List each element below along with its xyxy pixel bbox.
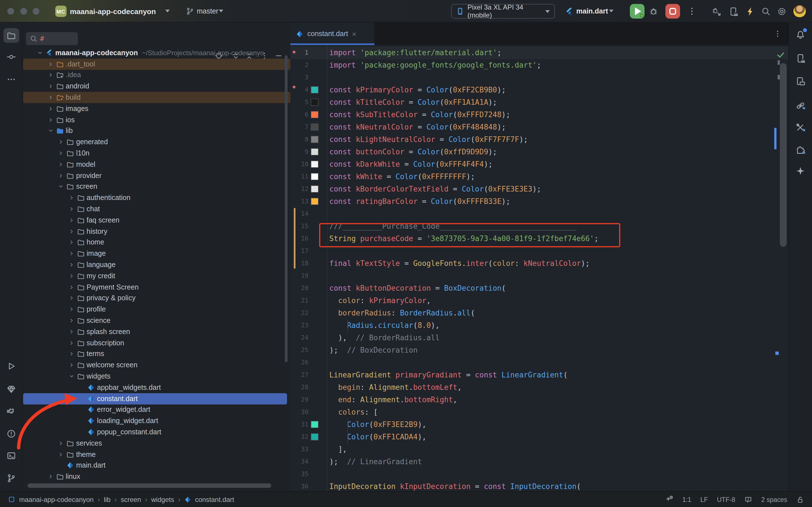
chevron-right-icon[interactable] xyxy=(68,206,75,212)
tree-item-history[interactable]: history xyxy=(23,226,290,237)
code-line-34[interactable]: 34); // LinearGradient xyxy=(290,455,788,468)
tab-constant-dart[interactable]: constant.dart × xyxy=(290,22,374,45)
code-line-35[interactable]: 35 xyxy=(290,468,788,480)
code-line-25[interactable]: 25); // BoxDecoration xyxy=(290,344,788,356)
tree-item-loading-widget-dart[interactable]: loading_widget.dart xyxy=(23,415,290,427)
lock-open-icon[interactable] xyxy=(796,496,804,503)
device-flutter-icon[interactable] xyxy=(728,7,738,16)
window-minimize-icon[interactable] xyxy=(20,8,27,15)
tree-item-faq-screen[interactable]: faq screen xyxy=(23,215,290,226)
chevron-down-icon[interactable] xyxy=(68,373,75,380)
color-swatch[interactable] xyxy=(311,421,318,428)
chevron-right-icon[interactable] xyxy=(57,451,64,458)
tab-options-icon[interactable] xyxy=(774,30,781,38)
search-input[interactable]: # xyxy=(26,32,78,45)
color-swatch[interactable] xyxy=(311,434,318,440)
caret-position[interactable]: 1:1 xyxy=(682,496,691,503)
tree-item-linux[interactable]: linux xyxy=(23,471,290,483)
tree-item-subscription[interactable]: subscription xyxy=(23,337,290,349)
color-swatch[interactable] xyxy=(311,111,318,118)
tree-item-model[interactable]: model xyxy=(23,159,290,170)
code-line-14[interactable]: 14 xyxy=(290,208,788,220)
more-actions-button[interactable] xyxy=(688,7,696,16)
code-line-23[interactable]: 23 Radius.circular(8.0), xyxy=(290,319,788,332)
code-line-4[interactable]: 4const kPrimaryColor = Color(0xFF2CB9B0)… xyxy=(290,83,788,96)
window-close-icon[interactable] xyxy=(7,8,14,15)
chevron-right-icon[interactable] xyxy=(68,239,75,246)
search-icon[interactable] xyxy=(761,7,770,16)
code-line-7[interactable]: 7const kNeutralColor = Color(0xFF484848)… xyxy=(290,121,788,133)
tree-item-splash-screen[interactable]: splash screen xyxy=(23,326,290,337)
flutter-performance-icon[interactable] xyxy=(793,120,808,135)
code-line-33[interactable]: 33 ], xyxy=(290,443,788,455)
code-editor[interactable]: 1import 'package:flutter/material.dart';… xyxy=(290,45,788,491)
code-line-12[interactable]: 12const kBorderColorTextField = Color(0x… xyxy=(290,183,788,195)
chevron-right-icon[interactable] xyxy=(68,339,75,346)
chevron-down-icon[interactable] xyxy=(47,128,54,134)
commit-icon[interactable] xyxy=(3,50,19,64)
chevron-right-icon[interactable] xyxy=(47,116,54,123)
breadcrumb[interactable]: maanai-app-codecanyon›lib›screen›widgets… xyxy=(8,496,234,503)
code-line-27[interactable]: 27LinearGradient primaryGradiant = const… xyxy=(290,369,788,381)
ai-assistant-off-icon[interactable] xyxy=(665,495,673,504)
tree-item-maanai-app-codecanyon[interactable]: maanai-app-codecanyon~/StudioProjects/ma… xyxy=(23,47,290,59)
notifications-icon[interactable] xyxy=(793,27,808,42)
tree-item-science[interactable]: science xyxy=(23,315,290,326)
editor-scrollbar[interactable] xyxy=(780,63,786,247)
code-line-8[interactable]: 8const kLightNeutralColor = Color(0xFF7F… xyxy=(290,133,788,146)
chevron-right-icon[interactable] xyxy=(47,83,54,90)
code-line-28[interactable]: 28 begin: Alignment.bottomLeft, xyxy=(290,381,788,393)
color-swatch[interactable] xyxy=(311,161,318,167)
tree-item-theme[interactable]: theme xyxy=(23,449,290,460)
chevron-right-icon[interactable] xyxy=(47,61,54,67)
tree-item--dart-tool[interactable]: .dart_tool xyxy=(23,59,290,70)
color-swatch[interactable] xyxy=(311,136,318,143)
code-line-2[interactable]: 2import 'package:google_fonts/google_fon… xyxy=(290,59,788,71)
chevron-right-icon[interactable] xyxy=(68,250,75,257)
code-line-24[interactable]: 24 ), // BorderRadius.all xyxy=(290,332,788,344)
run-button[interactable] xyxy=(630,4,645,18)
chevron-right-icon[interactable] xyxy=(68,328,75,335)
code-line-18[interactable]: 18final kTextStyle = GoogleFonts.inter(c… xyxy=(290,257,788,270)
stop-button[interactable] xyxy=(665,4,680,18)
code-line-32[interactable]: 32 Color(0xFF1CADA4), xyxy=(290,431,788,443)
dart-analysis-icon[interactable] xyxy=(3,382,19,397)
chevron-right-icon[interactable] xyxy=(57,150,64,157)
tree-item-image[interactable]: image xyxy=(23,248,290,260)
more-icon[interactable] xyxy=(3,72,19,87)
tree-item-ios[interactable]: ios xyxy=(23,114,290,126)
tree-item-authentication[interactable]: authentication xyxy=(23,192,290,204)
close-icon[interactable]: × xyxy=(352,30,356,38)
tree-item-privacy-policy[interactable]: privacy & policy xyxy=(23,293,290,304)
tree-item-android[interactable]: android xyxy=(23,81,290,92)
chevron-right-icon[interactable] xyxy=(47,94,54,101)
breadcrumb-item[interactable]: constant.dart xyxy=(195,496,234,503)
tree-item-l10n[interactable]: l10n xyxy=(23,148,290,159)
chevron-right-icon[interactable] xyxy=(68,194,75,202)
terminal-icon[interactable] xyxy=(3,448,19,463)
tree-item-chat[interactable]: chat xyxy=(23,203,290,215)
run-config-selector[interactable]: main.dart xyxy=(565,0,608,22)
version-control-icon[interactable] xyxy=(3,471,19,486)
device-selector[interactable]: Pixel 3a XL API 34 (mobile) xyxy=(451,4,555,18)
code-line-21[interactable]: 21 color: kPrimaryColor, xyxy=(290,294,788,307)
code-line-19[interactable]: 19 xyxy=(290,270,788,282)
chevron-right-icon[interactable] xyxy=(68,217,75,224)
chevron-right-icon[interactable] xyxy=(68,284,75,290)
breadcrumb-item[interactable]: maanai-app-codecanyon xyxy=(19,496,94,503)
device-manager-icon[interactable] xyxy=(793,51,808,65)
chevron-right-icon[interactable] xyxy=(47,72,54,78)
chevron-right-icon[interactable] xyxy=(47,473,54,480)
settings-gear-icon[interactable] xyxy=(777,7,786,16)
color-swatch[interactable] xyxy=(311,99,318,105)
breadcrumb-item[interactable]: widgets xyxy=(151,496,174,503)
tree-item-widgets[interactable]: widgets xyxy=(23,371,290,382)
chevron-down-icon[interactable] xyxy=(57,183,64,190)
project-selector[interactable]: maanai-app-codecanyon xyxy=(70,0,156,22)
code-line-13[interactable]: 13const ratingBarColor = Color(0xFFFFB33… xyxy=(290,195,788,208)
indent-setting[interactable]: 2 spaces xyxy=(761,496,787,503)
encoding[interactable]: UTF-8 xyxy=(717,496,735,503)
tree-item-error-widget-dart[interactable]: error_widget.dart xyxy=(23,404,290,415)
tree-item-home[interactable]: home xyxy=(23,237,290,248)
tree-item-screen[interactable]: screen xyxy=(23,181,290,192)
